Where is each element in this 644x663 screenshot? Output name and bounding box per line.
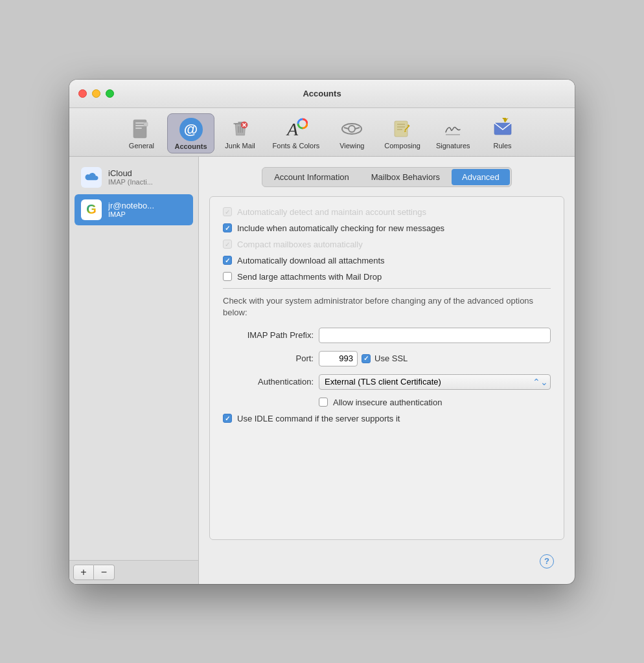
maximize-button[interactable] — [106, 89, 114, 98]
toolbar-rules-label: Rules — [493, 142, 511, 150]
close-button[interactable] — [78, 89, 87, 98]
label-auto-detect: Automatically detect and maintain accoun… — [237, 207, 426, 217]
svg-rect-3 — [135, 128, 142, 129]
label-insecure-auth: Allow insecure authentication — [333, 398, 442, 407]
option-compact: Compact mailboxes automatically — [223, 240, 551, 249]
toolbar-item-accounts[interactable]: @ Accounts — [167, 113, 214, 153]
account-item-icloud[interactable]: iCloud IMAP (Inacti... — [75, 162, 193, 193]
svg-line-15 — [344, 128, 349, 129]
checkbox-ssl[interactable] — [362, 354, 371, 363]
icloud-icon — [81, 167, 102, 188]
svg-rect-4 — [144, 122, 148, 126]
insecure-auth-row: Allow insecure authentication — [319, 398, 551, 407]
label-compact: Compact mailboxes automatically — [237, 240, 363, 249]
toolbar-item-viewing[interactable]: Viewing — [328, 113, 375, 153]
checkbox-compact[interactable] — [223, 240, 232, 249]
toolbar-accounts-label: Accounts — [174, 142, 207, 150]
option-auto-detect: Automatically detect and maintain accoun… — [223, 207, 551, 217]
form-row-imap-prefix: IMAP Path Prefix: — [223, 328, 551, 343]
toolbar-signatures-label: Signatures — [436, 142, 470, 150]
icloud-account-type: IMAP (Inacti... — [108, 178, 187, 186]
checkbox-auto-check[interactable] — [223, 223, 232, 232]
toolbar-item-signatures[interactable]: Signatures — [430, 113, 477, 153]
toolbar-item-general[interactable]: General — [118, 113, 165, 153]
checkbox-auto-download[interactable] — [223, 256, 232, 265]
sidebar-footer: + − — [69, 560, 198, 584]
composing-icon — [391, 117, 414, 140]
port-label: Port: — [223, 354, 314, 363]
tab-bar: Account Information Mailbox Behaviors Ad… — [262, 167, 512, 187]
toolbar-general-label: General — [129, 142, 154, 150]
add-account-button[interactable]: + — [73, 565, 94, 580]
toolbar-item-composing[interactable]: Composing — [378, 113, 427, 153]
google-account-name: jr@notebo... — [108, 201, 187, 210]
svg-text:A: A — [286, 119, 299, 139]
toolbar-junk-label: Junk Mail — [225, 142, 255, 150]
sidebar: iCloud IMAP (Inacti... G jr@notebo... IM… — [69, 157, 199, 584]
fonts-icon: A — [284, 117, 308, 140]
svg-rect-1 — [135, 122, 144, 124]
checkbox-idle[interactable] — [223, 414, 232, 423]
titlebar: Accounts — [69, 80, 575, 108]
traffic-lights — [78, 89, 114, 98]
svg-line-16 — [355, 128, 360, 129]
bottom-bar: ? — [209, 549, 564, 574]
label-auto-check: Include when automatically checking for … — [237, 223, 444, 233]
label-mail-drop: Send large attachments with Mail Drop — [237, 272, 382, 282]
authentication-label: Authentication: — [223, 377, 314, 387]
option-mail-drop: Send large attachments with Mail Drop — [223, 272, 551, 282]
google-account-info: jr@notebo... IMAP — [108, 201, 187, 218]
google-account-type: IMAP — [108, 210, 187, 218]
content-area: iCloud IMAP (Inacti... G jr@notebo... IM… — [69, 157, 575, 584]
account-item-google[interactable]: G jr@notebo... IMAP — [75, 194, 193, 225]
general-icon — [130, 117, 153, 140]
svg-point-14 — [349, 126, 355, 132]
authentication-select-wrap: External (TLS client Certificate) Passwo… — [319, 374, 551, 390]
form-row-authentication: Authentication: External (TLS client Cer… — [223, 374, 551, 390]
rules-icon — [491, 117, 514, 140]
main-panel: Account Information Mailbox Behaviors Ad… — [199, 157, 575, 584]
ssl-row: Use SSL — [319, 351, 408, 366]
imap-prefix-input[interactable] — [319, 328, 551, 343]
tab-mailbox-behaviors[interactable]: Mailbox Behaviors — [361, 169, 450, 185]
mail-preferences-window: Accounts General @ Accounts — [69, 80, 575, 584]
accounts-icon: @ — [179, 118, 203, 141]
tab-account-information[interactable]: Account Information — [264, 169, 360, 185]
signatures-icon — [441, 117, 465, 140]
toolbar-item-fonts[interactable]: A Fonts & Colors — [266, 113, 327, 153]
advanced-panel: Automatically detect and maintain accoun… — [209, 196, 564, 540]
icloud-account-name: iCloud — [108, 168, 187, 178]
label-idle: Use IDLE command if the server supports … — [237, 414, 400, 423]
advanced-info-text: Check with your system administrator bef… — [223, 295, 551, 319]
remove-account-button[interactable]: − — [94, 565, 115, 580]
window-title: Accounts — [303, 89, 341, 98]
label-auto-download: Automatically download all attachments — [237, 256, 385, 265]
form-row-port: Port: Use SSL — [223, 351, 551, 366]
checkbox-mail-drop[interactable] — [223, 272, 232, 281]
icloud-account-info: iCloud IMAP (Inacti... — [108, 168, 187, 186]
viewing-icon — [340, 117, 363, 140]
toolbar-viewing-label: Viewing — [339, 142, 364, 150]
imap-prefix-label: IMAP Path Prefix: — [223, 330, 314, 340]
tab-advanced[interactable]: Advanced — [452, 169, 510, 185]
divider-1 — [223, 288, 551, 289]
help-button[interactable]: ? — [540, 554, 554, 568]
checkbox-insecure-auth[interactable] — [319, 398, 328, 407]
toolbar-fonts-label: Fonts & Colors — [273, 142, 320, 150]
ssl-label: Use SSL — [374, 354, 408, 363]
svg-rect-2 — [135, 125, 144, 126]
idle-command-row: Use IDLE command if the server supports … — [223, 414, 551, 423]
option-auto-check: Include when automatically checking for … — [223, 223, 551, 233]
toolbar-item-rules[interactable]: Rules — [479, 113, 526, 153]
junk-icon — [229, 117, 252, 140]
port-input[interactable] — [319, 351, 358, 366]
authentication-select[interactable]: External (TLS client Certificate) Passwo… — [319, 374, 551, 390]
toolbar: General @ Accounts — [69, 108, 575, 157]
checkbox-auto-detect[interactable] — [223, 207, 232, 216]
toolbar-composing-label: Composing — [384, 142, 420, 150]
toolbar-item-junk[interactable]: Junk Mail — [217, 113, 264, 153]
minimize-button[interactable] — [92, 89, 100, 98]
option-auto-download: Automatically download all attachments — [223, 256, 551, 265]
account-list: iCloud IMAP (Inacti... G jr@notebo... IM… — [69, 157, 198, 560]
google-icon: G — [81, 199, 102, 220]
